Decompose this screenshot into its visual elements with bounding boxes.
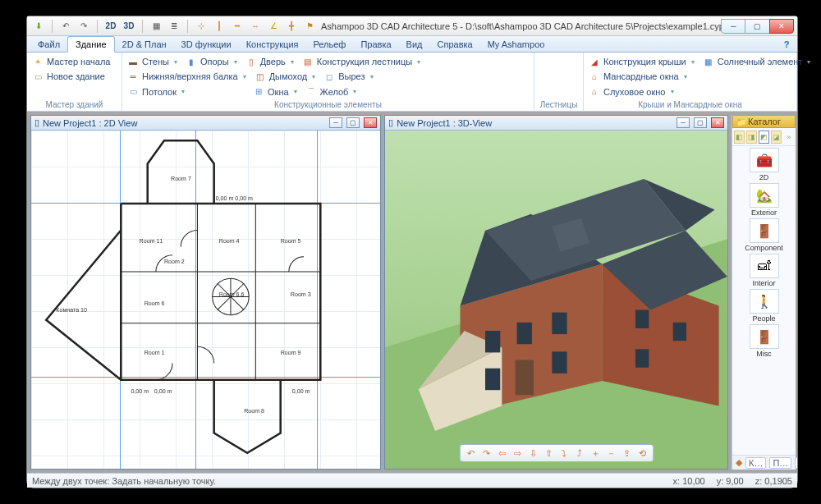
svg-text:Room 1: Room 1 [144, 350, 165, 356]
stairs-icon: ▤ [302, 56, 314, 67]
nav-walk[interactable]: ⇪ [620, 447, 633, 459]
measure-icon[interactable]: ↔ [249, 20, 262, 33]
docked-tab[interactable]: К… [745, 457, 766, 469]
mdi-close[interactable]: ✕ [364, 117, 377, 128]
nav-reset[interactable]: ⟲ [635, 447, 649, 459]
btn-walls[interactable]: ▬Стены▾ [127, 56, 177, 67]
menu-2d-plan[interactable]: 2D & План [115, 36, 174, 52]
menu-my-ashampoo[interactable]: My Ashampoo [480, 36, 553, 52]
svg-rect-38 [485, 369, 500, 390]
catalog-item-misc[interactable]: 🚪Misc [734, 324, 794, 358]
btn-stairs[interactable]: ▤Конструкция лестницы▾ [302, 56, 420, 67]
btn-ceiling[interactable]: ▭Потолок▾ [127, 86, 185, 98]
menu-building[interactable]: Здание [67, 36, 115, 53]
window-icon: ⊞ [253, 86, 264, 98]
nav-zoom-in[interactable]: ＋ [589, 447, 602, 459]
ruler-v-icon[interactable]: ┃ [213, 20, 226, 33]
minimize-button[interactable]: ─ [721, 19, 745, 34]
cat-tool-4[interactable]: ◪ [771, 131, 782, 144]
catalog-item-exterior[interactable]: 🏡Exterior [734, 183, 794, 217]
catalog-item-component[interactable]: 🚪Component [734, 218, 794, 252]
mdi-maximize[interactable]: ▢ [694, 117, 707, 128]
btn-door[interactable]: ▯Дверь▾ [245, 56, 294, 67]
ruler-h-icon[interactable]: ━ [231, 20, 244, 33]
cat-tool-1[interactable]: ◧ [734, 131, 745, 144]
ribbon-group-elements: ▬Стены▾ ▮Опоры▾ ▯Дверь▾ ▤Конструкция лес… [122, 53, 534, 111]
catalog-item-2d[interactable]: 🧰2D [734, 148, 794, 181]
cat-tool-more[interactable]: » [783, 131, 794, 144]
docked-tab[interactable]: П… [769, 457, 791, 469]
btn-roof[interactable]: ◢Конструкция крыши▾ [589, 56, 695, 67]
nav-orbit-left[interactable]: ↶ [464, 447, 477, 459]
mdi-minimize[interactable]: ─ [677, 117, 690, 128]
nav-right[interactable]: ⇨ [511, 447, 524, 459]
btn-beam[interactable]: ═Нижняя/верхняя балка▾ [127, 71, 246, 82]
btn-solar[interactable]: ▦Солнечный элемент▾ [703, 56, 811, 67]
menu-3d-functions[interactable]: 3D функции [174, 36, 239, 52]
mdi-title-text: New Project1 : 3D-View [397, 118, 492, 128]
nav-tilt-up[interactable]: ⤴ [573, 447, 586, 459]
nav-down[interactable]: ⇩ [526, 447, 539, 459]
nav-left[interactable]: ⇦ [495, 447, 508, 459]
label: Новое здание [47, 71, 105, 81]
menu-terrain[interactable]: Рельеф [306, 36, 354, 52]
label: 2D [759, 173, 769, 181]
catalog-item-people[interactable]: 🚶People [734, 289, 794, 323]
btn-gutter[interactable]: ⌒Желоб▾ [305, 86, 357, 98]
3d-canvas[interactable]: ↶ ↷ ⇦ ⇨ ⇩ ⇧ ⤵ ⤴ ＋ － ⇪ ⟲ [385, 131, 727, 469]
btn-dormer[interactable]: ⌂Слуховое окно▾ [589, 86, 674, 98]
mdi-minimize[interactable]: ─ [329, 117, 342, 128]
catalog-title[interactable]: 📁Каталог [732, 115, 796, 128]
mdi-2d-titlebar[interactable]: ▯ New Project1 : 2D View ─ ▢ ✕ [31, 116, 380, 131]
grid-icon[interactable]: ▦ [149, 20, 163, 33]
maximize-button[interactable]: ▢ [745, 19, 769, 34]
nav-tilt-down[interactable]: ⤵ [557, 447, 571, 459]
mdi-3d-titlebar[interactable]: ▯ New Project1 : 3D-View ─ ▢ ✕ [385, 116, 727, 131]
redo-icon[interactable]: ↷ [77, 20, 90, 33]
btn-windows[interactable]: ⊞Окна▾ [253, 86, 297, 98]
svg-rect-42 [635, 349, 649, 367]
chevron-down-icon: ▾ [234, 58, 237, 66]
btn-supports[interactable]: ▮Опоры▾ [186, 56, 237, 67]
separator [52, 20, 53, 33]
mdi-maximize[interactable]: ▢ [346, 117, 360, 128]
window-buttons: ─ ▢ ✕ [722, 19, 794, 34]
cat-tool-3[interactable]: ◩ [759, 131, 769, 144]
btn-cutout[interactable]: ◻Вырез▾ [323, 71, 373, 82]
svg-text:Room 11: Room 11 [140, 238, 163, 245]
nav-up[interactable]: ⇧ [542, 447, 555, 459]
catalog-toolbar: ◧ ◨ ◩ ◪ » [732, 128, 796, 146]
angle-icon[interactable]: ∠ [267, 20, 280, 33]
menu-edit[interactable]: Правка [353, 36, 398, 52]
group-label: Крыши и Мансардные окна [589, 99, 791, 111]
undo-icon[interactable]: ↶ [59, 20, 72, 33]
layers-icon[interactable]: ≣ [167, 20, 181, 33]
snap-icon[interactable]: ⊹ [195, 20, 208, 33]
nav-orbit-right[interactable]: ↷ [479, 447, 493, 459]
docked-tab[interactable]: Р… [795, 457, 797, 469]
svg-rect-37 [552, 313, 566, 334]
tab-icon[interactable]: ◆ [736, 457, 742, 468]
menu-view[interactable]: Вид [399, 36, 430, 52]
status-message: Между двух точек: Задать начальную точку… [32, 476, 216, 486]
wall-icon: ▬ [127, 56, 139, 67]
view-2d-toggle[interactable]: 2D [104, 20, 117, 33]
catalog-item-interior[interactable]: 🛋Interior [734, 254, 794, 287]
close-button[interactable]: ✕ [769, 19, 794, 34]
menu-help[interactable]: Справка [430, 36, 480, 52]
menu-file[interactable]: Файл [30, 36, 67, 52]
mdi-close[interactable]: ✕ [711, 117, 724, 128]
btn-new-building[interactable]: ▭Новое здание [32, 71, 105, 82]
menu-construction[interactable]: Конструкция [239, 36, 306, 52]
help-icon[interactable]: ? [779, 36, 794, 52]
svg-rect-43 [516, 360, 534, 396]
2d-canvas[interactable]: Room 7 Room 11 Room 2 Room 4 Room 5 Room… [31, 131, 380, 469]
btn-chimney[interactable]: ◫Дымоход▾ [255, 71, 316, 82]
flag-icon[interactable]: ⚑ [303, 20, 316, 33]
btn-wizard-start[interactable]: ✶Мастер начала [32, 56, 110, 67]
cat-tool-2[interactable]: ◨ [746, 131, 757, 144]
nav-zoom-out[interactable]: － [604, 447, 617, 459]
btn-roof-windows[interactable]: ⌂Мансардные окна▾ [589, 71, 687, 82]
guide-icon[interactable]: ╋ [285, 20, 298, 33]
view-3d-toggle[interactable]: 3D [122, 20, 135, 33]
